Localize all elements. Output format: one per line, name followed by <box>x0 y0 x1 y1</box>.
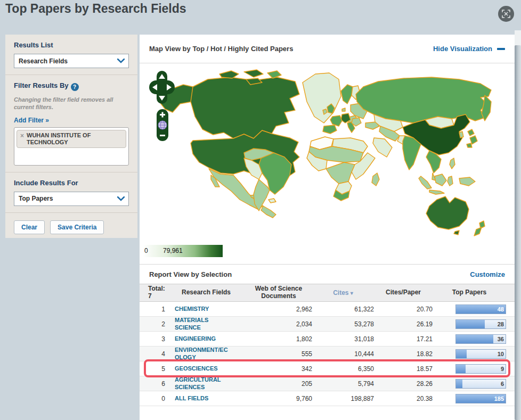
map-pan-control[interactable] <box>149 70 175 104</box>
table-row: 1 CHEMISTRY 2,962 61,322 20.70 48 <box>140 302 515 317</box>
legend-max-value: 79,961 <box>163 247 183 254</box>
save-criteria-button[interactable]: Save Criteria <box>50 220 104 234</box>
column-header-cites-per-paper[interactable]: Cites/Paper <box>374 289 433 297</box>
map-zoom-control[interactable] <box>149 109 176 142</box>
field-link[interactable]: ENGINEERING <box>175 335 216 342</box>
table-row: 2 MATERIALS SCIENCE 2,034 53,278 26.19 2… <box>140 317 515 332</box>
active-filters-box: × WUHAN INSTITUTE OF TECHNOLOGY <box>14 127 129 166</box>
include-results-section: Include Results For Top Papers <box>5 172 137 213</box>
table-header-row: Total: 7 Research Fields Web of Science … <box>140 284 515 302</box>
results-list-heading: Results List <box>14 41 129 49</box>
top-papers-bar: 36 <box>455 334 506 344</box>
column-header-cites[interactable]: Cites ▾ <box>312 289 374 297</box>
table-row: 0 ALL FIELDS 9,760 198,887 20.38 185 <box>140 391 515 406</box>
zoom-out-button[interactable] <box>160 135 165 136</box>
remove-filter-icon[interactable]: × <box>20 132 24 139</box>
map-view-title: Map View by Top / Hot / Highly Cited Pap… <box>149 45 293 53</box>
sort-descending-icon: ▾ <box>351 290 353 296</box>
sidebar: Results List Research Fields Filter Resu… <box>5 35 137 238</box>
total-count: Total: 7 <box>148 285 167 300</box>
main-panel: Map View by Top / Hot / Highly Cited Pap… <box>140 35 515 420</box>
vertical-scrollbar[interactable] <box>515 30 521 420</box>
filter-heading: Filter Results By? <box>14 81 129 91</box>
map-view-header: Map View by Top / Hot / Highly Cited Pap… <box>140 35 515 63</box>
table-body: 1 CHEMISTRY 2,962 61,322 20.70 48 2 MATE… <box>140 302 515 406</box>
expand-icon <box>502 10 510 18</box>
include-results-select[interactable]: Top Papers <box>14 192 129 206</box>
include-results-heading: Include Results For <box>14 179 129 187</box>
scrollbar-thumb[interactable] <box>515 45 521 420</box>
chevron-down-icon <box>113 54 128 68</box>
results-list-section: Results List Research Fields <box>5 35 137 75</box>
legend-min-value: 0 <box>144 247 148 254</box>
map-controls <box>149 70 176 142</box>
include-results-selected-value: Top Papers <box>14 195 113 202</box>
map-area <box>140 63 515 243</box>
top-papers-bar: 6 <box>455 379 506 389</box>
legend-gradient-bar: 0 79,961 <box>143 245 223 257</box>
map-legend: 0 79,961 <box>140 243 515 265</box>
page-header-band: Top Papers by Research Fields <box>0 0 521 30</box>
customize-link[interactable]: Customize <box>470 270 505 278</box>
filter-note: Changing the filter field removes all cu… <box>14 96 129 111</box>
field-link[interactable]: AGRICULTURAL SCIENCES <box>175 376 228 390</box>
table-row: 3 ENGINEERING 1,802 31,018 17.21 36 <box>140 332 515 347</box>
help-icon[interactable]: ? <box>71 83 79 91</box>
filter-chip[interactable]: × WUHAN INSTITUTE OF TECHNOLOGY <box>17 130 126 148</box>
field-link[interactable]: ALL FIELDS <box>175 395 208 402</box>
column-header-top-papers[interactable]: Top Papers <box>433 289 506 297</box>
top-papers-bar: 48 <box>455 304 506 314</box>
world-choropleth-map[interactable] <box>140 63 515 243</box>
top-papers-bar: 185 <box>455 394 506 403</box>
page-title: Top Papers by Research Fields <box>5 2 186 16</box>
filter-section: Filter Results By? Changing the filter f… <box>5 75 137 172</box>
minus-icon <box>497 48 505 50</box>
map-region-oceania[interactable] <box>426 196 485 236</box>
table-row: 4 ENVIRONMENT/ECOLOGY 555 10,444 18.82 1… <box>140 347 515 361</box>
field-link[interactable]: ENVIRONMENT/ECOLOGY <box>175 347 228 360</box>
table-row-highlighted: 5 GEOSCIENCES 342 6,350 18.57 9 <box>140 361 515 376</box>
column-header-research-fields[interactable]: Research Fields <box>167 289 245 297</box>
expand-view-button[interactable] <box>498 6 514 22</box>
results-list-select[interactable]: Research Fields <box>14 54 129 68</box>
hide-visualization-link[interactable]: Hide Visualization <box>433 45 505 53</box>
field-link[interactable]: GEOSCIENCES <box>175 365 218 372</box>
globe-reset-icon[interactable] <box>158 121 167 129</box>
report-view-header: Report View by Selection Customize <box>140 265 515 284</box>
top-papers-bar: 9 <box>455 364 506 374</box>
chevron-down-icon <box>113 192 128 205</box>
column-header-wos-documents[interactable]: Web of Science Documents <box>245 285 312 300</box>
field-link[interactable]: CHEMISTRY <box>175 306 209 312</box>
table-row: 6 AGRICULTURAL SCIENCES 205 5,794 28.26 … <box>140 376 515 391</box>
add-filter-link[interactable]: Add Filter » <box>14 117 49 124</box>
map-region-africa[interactable] <box>307 137 379 201</box>
filter-chip-label: WUHAN INSTITUTE OF TECHNOLOGY <box>27 132 123 146</box>
top-papers-bar: 10 <box>455 349 506 359</box>
top-papers-bar: 28 <box>455 319 506 329</box>
sidebar-buttons: Clear Save Criteria <box>5 213 137 241</box>
report-view-title: Report View by Selection <box>149 270 232 278</box>
results-list-selected-value: Research Fields <box>14 57 113 65</box>
field-link[interactable]: MATERIALS SCIENCE <box>175 317 228 331</box>
clear-button[interactable]: Clear <box>14 220 45 234</box>
